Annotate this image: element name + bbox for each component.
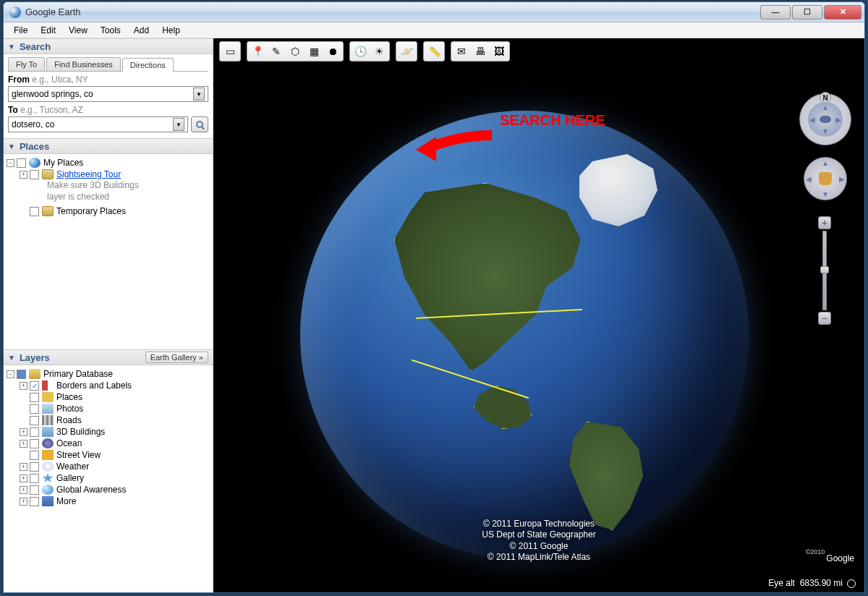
more-icon xyxy=(42,496,54,506)
pan-control[interactable]: ▲ ▼ ▶ ◀ xyxy=(804,157,847,200)
pan-up-icon[interactable]: ▲ xyxy=(822,159,829,167)
checkbox[interactable] xyxy=(30,416,39,425)
layer-item: Street View xyxy=(20,449,210,461)
layer-label[interactable]: More xyxy=(56,496,76,506)
database-icon xyxy=(29,369,41,379)
zoom-track[interactable] xyxy=(822,231,827,310)
tab-find-businesses[interactable]: Find Businesses xyxy=(46,57,121,71)
menu-file[interactable]: File xyxy=(8,24,33,37)
checkbox[interactable] xyxy=(30,497,39,506)
tool-pin-button[interactable]: 📍 xyxy=(249,43,266,59)
look-down-icon[interactable]: ▼ xyxy=(822,127,829,135)
look-right-icon[interactable]: ▶ xyxy=(835,116,841,124)
menu-help[interactable]: Help xyxy=(156,24,186,37)
look-compass[interactable]: ▲ ▼ ▶ ◀ xyxy=(799,93,851,145)
close-button[interactable]: ✕ xyxy=(824,5,861,20)
expand-button[interactable]: + xyxy=(20,486,27,494)
expand-button[interactable]: + xyxy=(20,474,27,482)
zoom-out-button[interactable]: − xyxy=(818,312,831,325)
tool-sun-button[interactable]: ☀ xyxy=(370,43,388,59)
checkbox[interactable] xyxy=(30,474,39,483)
checkbox[interactable] xyxy=(30,170,39,179)
menu-tools[interactable]: Tools xyxy=(95,24,127,37)
look-left-icon[interactable]: ◀ xyxy=(809,116,815,124)
my-places-label[interactable]: My Places xyxy=(43,158,83,168)
layer-item: Roads xyxy=(20,414,210,426)
places-panel: − My Places + Sightseeing Tour Make sure… xyxy=(4,154,213,349)
expand-button[interactable]: + xyxy=(20,498,27,506)
layer-label[interactable]: Photos xyxy=(56,404,83,414)
look-up-icon[interactable]: ▲ xyxy=(822,103,829,111)
dropdown-icon[interactable]: ▼ xyxy=(173,118,184,131)
tab-fly-to[interactable]: Fly To xyxy=(8,57,45,71)
tool-clock-button[interactable]: 🕓 xyxy=(352,43,369,59)
minimize-button[interactable]: — xyxy=(760,5,791,20)
pan-down-icon[interactable]: ▼ xyxy=(822,190,829,198)
menu-view[interactable]: View xyxy=(63,24,93,37)
checkbox[interactable] xyxy=(30,462,39,472)
layer-label[interactable]: Places xyxy=(56,392,82,402)
tool-overlay-button[interactable]: ▦ xyxy=(305,43,323,59)
layer-label[interactable]: Borders and Labels xyxy=(56,380,132,391)
layer-item: +More xyxy=(20,495,210,507)
temp-places-label[interactable]: Temporary Places xyxy=(56,206,126,216)
layers-header[interactable]: ▼ Layers Earth Gallery » xyxy=(4,349,213,365)
layer-label[interactable]: Global Awareness xyxy=(56,485,127,495)
checkbox[interactable] xyxy=(30,451,39,460)
layer-label[interactable]: 3D Buildings xyxy=(56,427,105,437)
maximize-button[interactable]: ☐ xyxy=(792,5,822,20)
checkbox[interactable] xyxy=(30,427,39,437)
search-header[interactable]: ▼ Search xyxy=(4,38,213,54)
tool-gallery-button[interactable]: 🖼 xyxy=(490,43,508,59)
titlebar[interactable]: Google Earth — ☐ ✕ xyxy=(4,2,864,22)
layer-label[interactable]: Ocean xyxy=(56,438,82,448)
tab-directions[interactable]: Directions xyxy=(122,58,174,72)
map-viewport[interactable]: ▭📍✎⬡▦⏺🕓☀🪐📏✉🖶🖼 ▲ ▼ ▶ ◀ ▲ xyxy=(213,38,864,592)
sightseeing-link[interactable]: Sightseeing Tour xyxy=(56,169,121,179)
tool-path-button[interactable]: ✎ xyxy=(268,43,285,59)
toolbar: ▭📍✎⬡▦⏺🕓☀🪐📏✉🖶🖼 xyxy=(219,41,510,61)
checkbox[interactable] xyxy=(30,404,39,414)
tool-record-button[interactable]: ⏺ xyxy=(324,43,341,59)
pan-left-icon[interactable]: ◀ xyxy=(806,175,812,183)
checkbox[interactable]: ✓ xyxy=(30,381,39,391)
places-header[interactable]: ▼ Places xyxy=(4,138,213,154)
earth-gallery-button[interactable]: Earth Gallery » xyxy=(145,352,208,363)
tool-print-button[interactable]: 🖶 xyxy=(472,43,489,59)
zoom-thumb[interactable] xyxy=(820,266,829,273)
expand-button[interactable]: + xyxy=(20,440,27,448)
dropdown-icon[interactable]: ▼ xyxy=(193,88,205,101)
tool-ruler-button[interactable]: 📏 xyxy=(425,43,443,59)
layer-label[interactable]: Weather xyxy=(56,461,89,472)
checkbox[interactable] xyxy=(30,393,39,402)
tool-panel-button[interactable]: ▭ xyxy=(221,43,239,59)
menu-edit[interactable]: Edit xyxy=(35,24,61,37)
zoom-in-button[interactable]: + xyxy=(818,216,831,229)
checkbox[interactable] xyxy=(30,207,39,216)
expand-button[interactable]: + xyxy=(20,171,27,179)
menu-add[interactable]: Add xyxy=(128,24,155,37)
expand-button[interactable]: + xyxy=(20,463,27,471)
pan-right-icon[interactable]: ▶ xyxy=(839,175,845,183)
menubar: File Edit View Tools Add Help xyxy=(4,22,864,38)
expand-button[interactable]: − xyxy=(7,370,14,378)
checkbox[interactable] xyxy=(30,439,39,448)
expand-button[interactable]: + xyxy=(20,382,27,390)
collapse-icon: ▼ xyxy=(8,43,15,51)
tool-email-button[interactable]: ✉ xyxy=(453,43,470,59)
to-input[interactable]: dotsero, co ▼ xyxy=(8,116,188,132)
checkbox[interactable] xyxy=(17,370,26,379)
tool-planet-button[interactable]: 🪐 xyxy=(398,43,415,59)
primary-database-label[interactable]: Primary Database xyxy=(43,369,113,379)
layer-label[interactable]: Gallery xyxy=(56,473,84,483)
checkbox[interactable] xyxy=(17,158,26,168)
checkbox[interactable] xyxy=(30,485,39,495)
expand-button[interactable]: + xyxy=(20,428,27,436)
tool-polygon-button[interactable]: ⬡ xyxy=(286,43,304,59)
layer-label[interactable]: Roads xyxy=(56,415,82,425)
expand-button[interactable]: − xyxy=(7,159,14,167)
search-button[interactable] xyxy=(191,116,208,132)
earth-globe[interactable] xyxy=(300,111,749,559)
layer-label[interactable]: Street View xyxy=(56,450,101,460)
from-input[interactable]: glenwood springs, co ▼ xyxy=(8,86,208,102)
